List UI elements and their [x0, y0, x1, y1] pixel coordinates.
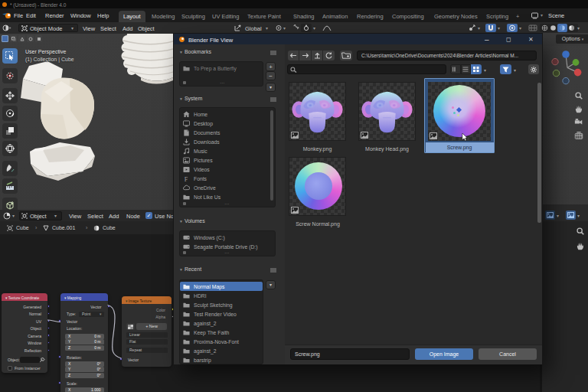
svg-text:F: F	[185, 175, 188, 181]
